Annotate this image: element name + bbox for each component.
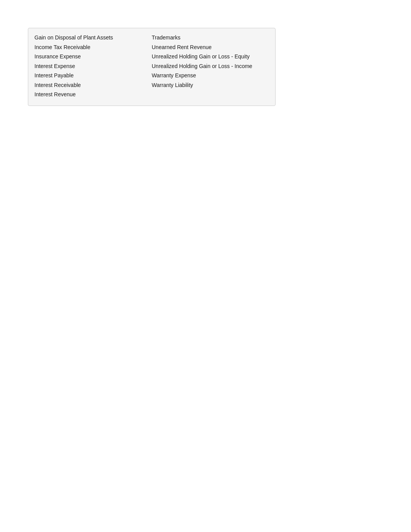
list-item: Insurance Expense (34, 52, 152, 61)
list-item: Warranty Liability (152, 80, 269, 90)
list-item: Interest Payable (34, 71, 152, 80)
list-item: Interest Expense (34, 61, 152, 71)
left-column: Gain on Disposal of Plant AssetsIncome T… (34, 33, 152, 99)
list-item: Unrealized Holding Gain or Loss - Equity (152, 52, 269, 61)
list-item: Gain on Disposal of Plant Assets (34, 33, 152, 43)
list-item: Income Tax Receivable (34, 43, 152, 52)
list-item: Warranty Expense (152, 71, 269, 80)
list-item: Trademarks (152, 33, 269, 43)
right-column: TrademarksUnearned Rent RevenueUnrealize… (152, 33, 269, 99)
list-item: Unearned Rent Revenue (152, 43, 269, 52)
accounts-panel: Gain on Disposal of Plant AssetsIncome T… (28, 28, 276, 106)
list-item: Interest Revenue (34, 90, 152, 99)
list-item: Interest Receivable (34, 80, 152, 90)
page-container: Gain on Disposal of Plant AssetsIncome T… (0, 0, 411, 532)
list-item: Unrealized Holding Gain or Loss - Income (152, 61, 269, 71)
